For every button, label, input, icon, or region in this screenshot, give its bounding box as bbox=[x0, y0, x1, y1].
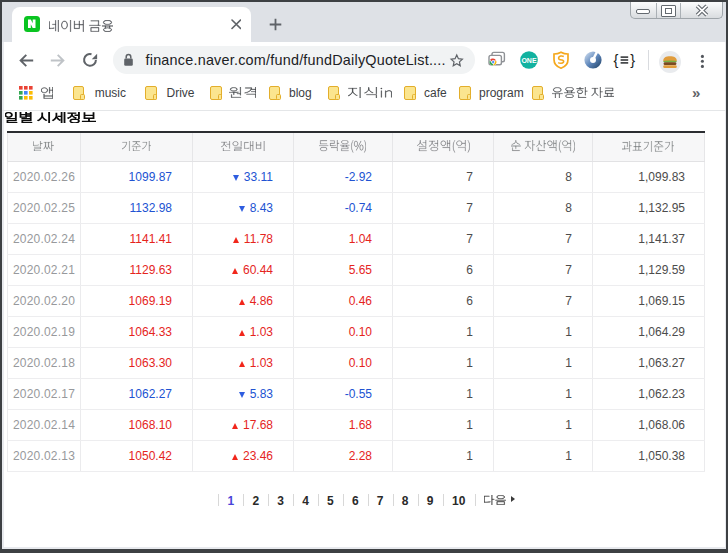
svg-text:ONE: ONE bbox=[521, 57, 537, 64]
svg-text:{: { bbox=[614, 52, 619, 68]
svg-text:}: } bbox=[630, 52, 635, 68]
